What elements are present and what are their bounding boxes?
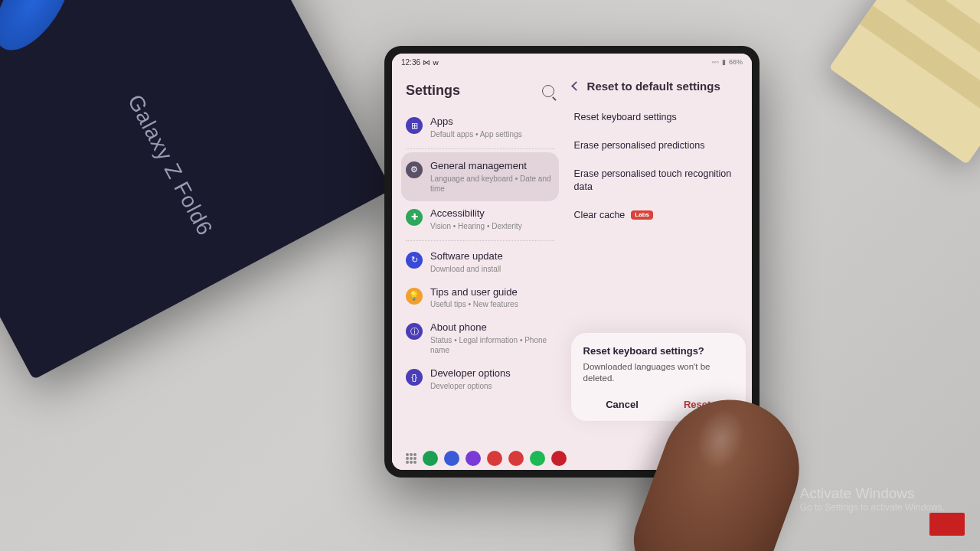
option-erase-predictions[interactable]: Erase personalised predictions [570, 132, 744, 160]
settings-item-tips[interactable]: 💡 Tips and user guide Useful tips • New … [401, 280, 559, 316]
box-logo [0, 0, 85, 63]
item-title: Tips and user guide [430, 286, 554, 299]
item-sub: Vision • Hearing • Dexterity [430, 221, 554, 231]
about-phone-icon: ⓘ [406, 323, 423, 340]
corner-badge [929, 513, 965, 536]
status-time: 12:36 [401, 58, 420, 67]
dock-spotify-icon[interactable] [530, 451, 545, 466]
option-clear-cache[interactable]: Clear cache Labs [570, 201, 744, 230]
cancel-button[interactable]: Cancel [595, 396, 649, 413]
item-sub: Download and install [430, 264, 554, 274]
option-label: Reset keyboard settings [574, 111, 677, 124]
option-label: Erase personalised predictions [574, 139, 705, 152]
dialog-body: Downloaded languages won't be deleted. [583, 361, 733, 385]
item-title: Developer options [430, 367, 554, 380]
accessibility-icon: ✚ [406, 209, 423, 226]
dock-app-icon[interactable] [487, 451, 502, 466]
settings-item-general-management[interactable]: ⚙ General management Language and keyboa… [401, 152, 559, 201]
back-icon[interactable] [571, 81, 581, 91]
status-bar: 12:36 ⋈ ᴡ ◦◦◦ ▮ 66% [392, 54, 752, 70]
item-title: General management [430, 160, 554, 173]
item-title: About phone [430, 321, 554, 334]
settings-item-accessibility[interactable]: ✚ Accessibility Vision • Hearing • Dexte… [401, 201, 559, 237]
item-title: Software update [430, 250, 554, 263]
search-icon[interactable] [542, 85, 554, 97]
item-title: Accessibility [430, 207, 554, 220]
general-icon: ⚙ [406, 161, 423, 178]
item-sub: Status • Legal information • Phone name [430, 335, 554, 355]
status-time-area: 12:36 ⋈ ᴡ [401, 58, 439, 67]
signal-icon: ▮ [722, 58, 726, 66]
dock-youtube-icon[interactable] [508, 451, 524, 466]
item-sub: Useful tips • New features [430, 299, 554, 309]
status-right: ◦◦◦ ▮ 66% [711, 58, 743, 66]
item-sub: Default apps • App settings [430, 129, 554, 139]
split-content: Settings ⊞ Apps Default apps • App setti… [392, 70, 752, 447]
wifi-icon: ◦◦◦ [711, 58, 719, 66]
divider [406, 240, 554, 241]
settings-header: Settings [401, 78, 559, 109]
developer-icon: {} [406, 369, 423, 386]
settings-title: Settings [406, 83, 460, 99]
detail-header: Reset to default settings [570, 78, 744, 103]
item-sub: Language and keyboard • Date and time [430, 174, 554, 194]
settings-item-apps[interactable]: ⊞ Apps Default apps • App settings [401, 109, 559, 145]
settings-item-software-update[interactable]: ↻ Software update Download and install [401, 244, 559, 280]
dock-messages-icon[interactable] [444, 451, 459, 466]
app-drawer-icon[interactable] [406, 453, 416, 464]
dialog-title: Reset keyboard settings? [583, 345, 733, 357]
tips-icon: 💡 [406, 288, 423, 305]
item-title: Apps [430, 116, 554, 129]
apps-icon: ⊞ [406, 117, 423, 134]
status-indicators: ⋈ ᴡ [423, 58, 439, 67]
item-sub: Developer options [430, 381, 554, 391]
detail-right-pane: Reset to default settings Reset keyboard… [565, 70, 752, 447]
battery-text: 66% [729, 58, 743, 66]
detail-title: Reset to default settings [587, 80, 720, 93]
dock-acrobat-icon[interactable] [551, 451, 567, 466]
settings-list: ⊞ Apps Default apps • App settings ⚙ Gen… [401, 109, 559, 447]
dock-browser-icon[interactable] [466, 451, 481, 466]
settings-item-about-phone[interactable]: ⓘ About phone Status • Legal information… [401, 315, 559, 361]
option-label: Erase personalised touch recognition dat… [574, 168, 740, 194]
labs-badge: Labs [631, 210, 653, 220]
settings-item-developer-options[interactable]: {} Developer options Developer options [401, 361, 559, 397]
option-erase-touch-recognition[interactable]: Erase personalised touch recognition dat… [570, 160, 744, 201]
divider [406, 148, 554, 149]
option-reset-keyboard[interactable]: Reset keyboard settings [570, 103, 744, 132]
dock-phone-icon[interactable] [423, 451, 438, 466]
settings-left-pane: Settings ⊞ Apps Default apps • App setti… [392, 70, 565, 447]
software-update-icon: ↻ [406, 252, 423, 269]
option-label: Clear cache [574, 209, 626, 222]
